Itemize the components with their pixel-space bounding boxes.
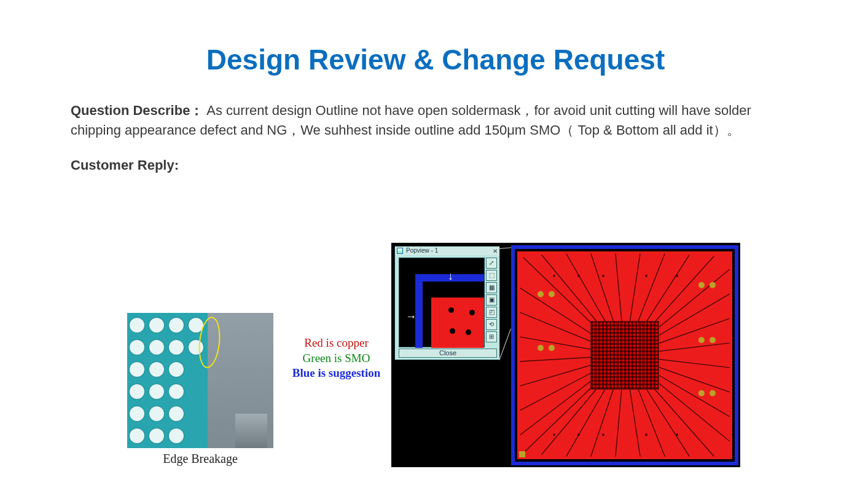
cad-screenshot: Popview - 1 ✕ ↓ → ⤢ ⬚ bbox=[391, 243, 740, 467]
solder-pad-icon bbox=[149, 406, 164, 421]
copper-layer bbox=[517, 251, 732, 459]
slide: Design Review & Change Request Question … bbox=[0, 0, 868, 485]
solder-pad-icon bbox=[149, 340, 164, 355]
popview-canvas: ↓ → bbox=[399, 258, 485, 347]
solder-pad-icon bbox=[169, 362, 184, 377]
popview-tool-button[interactable]: ⤢ bbox=[486, 258, 497, 269]
solder-pad-icon bbox=[149, 362, 164, 377]
popview-tool-button[interactable]: ⟲ bbox=[486, 319, 497, 330]
solder-pad-icon bbox=[169, 406, 184, 421]
photo-caption: Edge Breakage bbox=[127, 452, 273, 466]
via-icon bbox=[469, 310, 475, 315]
solder-pad-icon bbox=[149, 384, 164, 399]
solder-pad-icon bbox=[149, 428, 164, 443]
svg-point-50 bbox=[602, 433, 604, 436]
pcb-surface bbox=[127, 313, 208, 448]
solder-pad-icon bbox=[169, 318, 184, 333]
svg-point-36 bbox=[710, 337, 716, 343]
edge-breakage-photo bbox=[127, 313, 273, 448]
svg-point-51 bbox=[645, 433, 647, 436]
question-paragraph: Question Describe： As current design Out… bbox=[71, 101, 800, 140]
popview-titlebar: Popview - 1 ✕ bbox=[395, 246, 499, 255]
svg-point-38 bbox=[710, 390, 716, 396]
fiducial-icon bbox=[519, 451, 525, 457]
solder-pad-icon bbox=[149, 318, 164, 333]
color-legend: Red is copper Green is SMO Blue is sugge… bbox=[283, 336, 390, 381]
svg-point-40 bbox=[549, 291, 555, 298]
popview-close-x[interactable]: ✕ bbox=[493, 247, 498, 256]
svg-point-52 bbox=[676, 433, 678, 436]
svg-point-43 bbox=[553, 275, 555, 277]
popview-tool-button[interactable]: ▦ bbox=[486, 282, 497, 293]
svg-point-47 bbox=[676, 275, 678, 277]
via-icon bbox=[448, 307, 454, 313]
svg-point-41 bbox=[538, 345, 544, 351]
popview-window: Popview - 1 ✕ ↓ → ⤢ ⬚ bbox=[394, 246, 500, 360]
legend-smo: Green is SMO bbox=[283, 351, 390, 366]
callout-leader-line bbox=[499, 329, 511, 360]
bga-die-area bbox=[591, 321, 659, 389]
svg-point-34 bbox=[710, 282, 716, 288]
question-label: Question Describe： bbox=[71, 103, 203, 118]
solder-pad-icon bbox=[130, 406, 144, 421]
fixture-block bbox=[235, 414, 267, 448]
popview-tool-button[interactable]: ⊞ bbox=[486, 331, 497, 342]
arrow-down-icon: ↓ bbox=[448, 270, 453, 282]
svg-point-35 bbox=[698, 337, 705, 343]
solder-pad-icon bbox=[130, 384, 144, 399]
solder-pad-icon bbox=[130, 340, 144, 355]
svg-point-49 bbox=[577, 433, 580, 436]
via-icon bbox=[466, 329, 471, 335]
via-icon bbox=[450, 328, 455, 334]
svg-point-44 bbox=[577, 275, 580, 277]
svg-point-46 bbox=[645, 275, 647, 277]
pcb-layout-main bbox=[511, 245, 738, 465]
svg-point-42 bbox=[549, 345, 555, 351]
popview-tool-button[interactable]: ◰ bbox=[486, 307, 497, 318]
slide-title: Design Review & Change Request bbox=[71, 43, 800, 76]
solder-pad-icon bbox=[169, 340, 184, 355]
solder-pad-icon bbox=[169, 384, 184, 399]
popview-title-text: Popview - 1 bbox=[406, 247, 438, 254]
customer-reply-label: Customer Reply: bbox=[71, 157, 800, 173]
solder-pad-icon bbox=[130, 318, 144, 333]
popview-tool-button[interactable]: ▣ bbox=[486, 294, 497, 306]
solder-pad-icon bbox=[169, 428, 184, 443]
legend-copper: Red is copper bbox=[283, 336, 390, 351]
solder-pad-icon bbox=[130, 428, 144, 443]
copper-area bbox=[431, 298, 484, 348]
svg-point-48 bbox=[553, 433, 555, 436]
popview-tool-button[interactable]: ⬚ bbox=[486, 270, 497, 281]
popview-close-button[interactable]: Close bbox=[399, 349, 497, 358]
figure-row: Edge Breakage Red is copper Green is SMO… bbox=[0, 240, 868, 473]
svg-point-33 bbox=[698, 282, 705, 288]
legend-suggestion: Blue is suggestion bbox=[283, 366, 390, 381]
popview-toolbar: ⤢ ⬚ ▦ ▣ ◰ ⟲ ⊞ bbox=[486, 258, 497, 347]
svg-point-45 bbox=[602, 275, 604, 277]
svg-point-39 bbox=[538, 291, 544, 298]
arrow-right-icon: → bbox=[405, 311, 416, 322]
solder-pad-icon bbox=[130, 362, 144, 377]
svg-point-37 bbox=[698, 390, 705, 396]
